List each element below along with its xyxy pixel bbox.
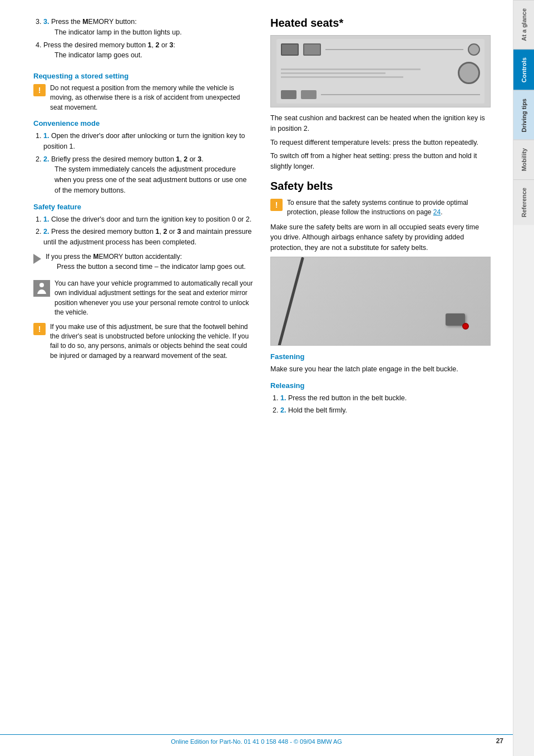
step3-indent: The indicator lamp in the button lights … (43, 27, 254, 38)
warning-text-1: Do not request a position from the memor… (50, 84, 254, 112)
sidebar-tab-controls[interactable]: Controls (513, 49, 534, 90)
sidebar-tab-mobility[interactable]: Mobility (513, 140, 534, 179)
releasing-step-1: 1. Press the red button in the belt buck… (280, 393, 491, 404)
memory-bold: M (82, 18, 88, 26)
convenience-steps: 1. Open the driver's door after unlockin… (33, 131, 254, 196)
safety-step-2: 2. Press the desired memory button 1, 2 … (43, 227, 254, 248)
conv-step2-indent: The system immediately cancels the adjus… (43, 164, 254, 195)
safety-belts-title: Safety belts (270, 180, 491, 193)
left-column: 3. Press the MEMORY button: The indicato… (33, 17, 254, 420)
sidebar-tab-driving-tips[interactable]: Driving tips (513, 90, 534, 140)
note-person-text: You can have your vehicle programmed to … (55, 279, 254, 318)
conv-step-1: 1. Open the driver's door after unlockin… (43, 131, 254, 152)
note-box-memory: If you press the MEMORY button accidenta… (33, 252, 254, 274)
convenience-heading: Convenience mode (33, 119, 254, 127)
heated-seats-p2: To request different temperature levels:… (270, 138, 491, 148)
warning-icon-belts: ! (270, 199, 283, 211)
note-arrow-icon (33, 254, 41, 264)
heated-seats-title: Heated seats* (270, 17, 491, 30)
step4-indent: The indicator lamp goes out. (43, 50, 254, 61)
step3-num: 3. (43, 18, 49, 26)
warning-icon-2: ! (33, 323, 46, 335)
svg-point-0 (39, 283, 44, 287)
note-box-person: You can have your vehicle programmed to … (33, 279, 254, 318)
note-memory-indent: Press the button a second time – the ind… (46, 262, 246, 272)
fastening-text: Make sure you hear the latch plate engag… (270, 364, 491, 375)
safety-step-1: 1. Close the driver's door and turn the … (43, 214, 254, 225)
heated-seats-p3: To switch off from a higher heat setting… (270, 151, 491, 172)
sidebar-tab-reference[interactable]: Reference (513, 179, 534, 225)
releasing-heading: Releasing (270, 381, 491, 390)
releasing-step-2: 2. Hold the belt firmly. (280, 405, 491, 416)
warning-box-2: ! If you make use of this adjustment, be… (33, 322, 254, 361)
warning-box-1: ! Do not request a position from the mem… (33, 84, 254, 112)
top-steps: 3. Press the MEMORY button: The indicato… (33, 17, 254, 61)
safety-feature-steps: 1. Close the driver's door and turn the … (33, 214, 254, 248)
page-footer: Online Edition for Part-No. 01 41 0 158 … (0, 734, 513, 745)
warning-icon-1: ! (33, 84, 46, 96)
releasing-steps: 1. Press the red button in the belt buck… (270, 393, 491, 416)
sidebar-tabs: At a glance Controls Driving tips Mobili… (513, 0, 534, 756)
step-3: 3. Press the MEMORY button: The indicato… (43, 17, 254, 38)
right-column: Heated seats* (270, 17, 491, 420)
fastening-heading: Fastening (270, 352, 491, 361)
warning-text-belts: To ensure that the safety systems contin… (287, 198, 491, 218)
safety-feature-heading: Safety feature (33, 203, 254, 211)
requesting-heading: Requesting a stored setting (33, 72, 254, 80)
heated-seats-p1: The seat cushion and backrest can be hea… (270, 113, 491, 134)
sidebar-tab-at-a-glance[interactable]: At a glance (513, 0, 534, 49)
belts-p1: Make sure the safety belts are worn in a… (270, 222, 491, 253)
person-icon (33, 280, 50, 297)
conv-step-2: 2. Briefly press the desired memory butt… (43, 154, 254, 196)
warning-box-belts: ! To ensure that the safety systems cont… (270, 198, 491, 218)
step-4: Press the desired memory button 1, 2 or … (43, 40, 254, 61)
heated-seats-image (270, 35, 491, 107)
note-memory-text: If you press the MEMORY button accidenta… (46, 252, 246, 274)
seatbelt-image (270, 257, 491, 346)
warning-text-2: If you make use of this adjustment, be s… (50, 322, 254, 361)
